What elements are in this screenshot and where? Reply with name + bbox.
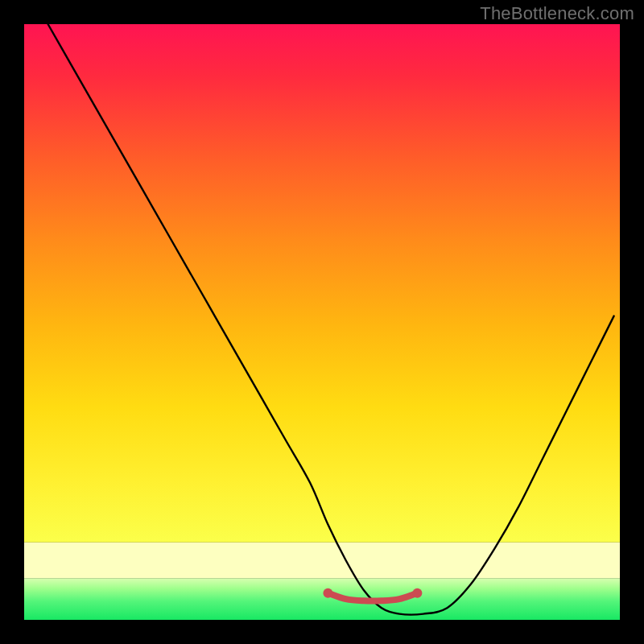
bg-band-green xyxy=(24,578,620,620)
bottleneck-chart xyxy=(0,0,644,644)
bg-band-warm xyxy=(24,24,620,543)
highlight-dot-right xyxy=(412,588,422,598)
chart-frame: TheBottleneck.com xyxy=(0,0,644,644)
plot-area xyxy=(24,24,620,620)
bg-band-pale xyxy=(24,543,620,578)
highlight-dot-left xyxy=(323,588,332,598)
watermark-text: TheBottleneck.com xyxy=(480,3,634,24)
